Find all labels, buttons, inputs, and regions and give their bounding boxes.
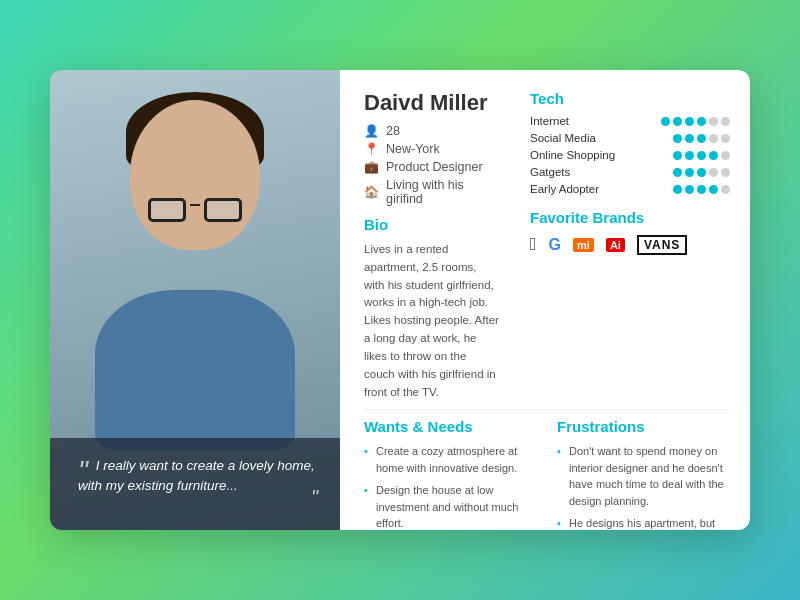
list-item: Don't want to spend money on interior de…	[557, 443, 730, 509]
card-left-panel: " I really want to create a lovely home,…	[50, 70, 340, 530]
bottom-row: Wants & Needs Create a cozy atmosphere a…	[364, 418, 730, 530]
dot	[709, 151, 718, 160]
divider	[364, 409, 730, 410]
dot	[697, 134, 706, 143]
bio-text: Lives in a rented apartment, 2.5 rooms, …	[364, 241, 500, 401]
bio-section: Bio Lives in a rented apartment, 2.5 roo…	[364, 216, 500, 401]
vans-brand-icon: VANS	[637, 235, 687, 255]
mi-brand-icon: mi	[573, 238, 594, 252]
card-right-panel: Daivd Miller 👤 28 📍 New-York 💼 Produc	[340, 70, 750, 530]
tech-row-adopter: Early Adopter	[530, 183, 730, 195]
frustrations-title: Frustrations	[557, 418, 730, 435]
dot	[709, 185, 718, 194]
close-quote-icon: "	[311, 482, 318, 512]
brands-icons:  G mi Ai VANS	[530, 234, 730, 255]
persona-card: " I really want to create a lovely home,…	[50, 70, 750, 530]
tech-dots	[661, 117, 730, 126]
dot	[673, 134, 682, 143]
dot	[721, 168, 730, 177]
profile-meta: 👤 28 📍 New-York 💼 Product Designer	[364, 124, 500, 206]
tech-row-gadgets: Gatgets	[530, 166, 730, 178]
tech-dots	[673, 168, 730, 177]
location-value: New-York	[386, 142, 440, 156]
tech-label: Social Media	[530, 132, 620, 144]
tech-dots	[673, 134, 730, 143]
tech-title: Tech	[530, 90, 730, 107]
dot	[721, 117, 730, 126]
dot	[697, 151, 706, 160]
list-item: He designs his apartment, but he thinks …	[557, 515, 730, 530]
dot	[673, 168, 682, 177]
dot	[697, 117, 706, 126]
wants-title: Wants & Needs	[364, 418, 537, 435]
tech-label: Early Adopter	[530, 183, 620, 195]
tech-row-shopping: Online Shopping	[530, 149, 730, 161]
bio-title: Bio	[364, 216, 500, 233]
adobe-brand-icon: Ai	[606, 238, 625, 252]
tech-rows: Internet Social Media	[530, 115, 730, 195]
dot	[673, 185, 682, 194]
living-value: Living with his girifind	[386, 178, 500, 206]
head-shape	[130, 100, 260, 250]
dot	[661, 117, 670, 126]
home-icon: 🏠	[364, 185, 378, 199]
tech-row-internet: Internet	[530, 115, 730, 127]
tech-label: Online Shopping	[530, 149, 620, 161]
dot	[709, 134, 718, 143]
profile-name: Daivd Miller	[364, 90, 500, 116]
glass-left	[148, 198, 186, 222]
glasses-shape	[148, 198, 242, 222]
age-icon: 👤	[364, 124, 378, 138]
apple-brand-icon: 	[530, 234, 537, 255]
wants-section: Wants & Needs Create a cozy atmosphere a…	[364, 418, 537, 530]
list-item: Design the house at low investment and w…	[364, 482, 537, 530]
tech-row-social: Social Media	[530, 132, 730, 144]
dot	[697, 168, 706, 177]
meta-location: 📍 New-York	[364, 142, 500, 156]
meta-living: 🏠 Living with his girifind	[364, 178, 500, 206]
glass-bridge	[190, 204, 200, 206]
frustrations-list: Don't want to spend money on interior de…	[557, 443, 730, 530]
quote-text: I really want to create a lovely home, w…	[78, 458, 315, 493]
google-brand-icon: G	[549, 236, 561, 254]
dot	[673, 151, 682, 160]
dot	[721, 134, 730, 143]
body-shape	[95, 290, 295, 450]
profile-header: Daivd Miller 👤 28 📍 New-York 💼 Produc	[364, 90, 500, 206]
dot	[673, 117, 682, 126]
tech-section: Tech Internet Soci	[530, 90, 730, 255]
tech-dots	[673, 151, 730, 160]
quote-overlay: " I really want to create a lovely home,…	[50, 438, 340, 530]
frustrations-section: Frustrations Don't want to spend money o…	[557, 418, 730, 530]
dot	[685, 117, 694, 126]
dot	[685, 134, 694, 143]
age-value: 28	[386, 124, 400, 138]
dot	[685, 151, 694, 160]
job-value: Product Designer	[386, 160, 483, 174]
meta-age: 👤 28	[364, 124, 500, 138]
dot	[721, 151, 730, 160]
meta-job: 💼 Product Designer	[364, 160, 500, 174]
brands-title: Favorite Brands	[530, 209, 730, 226]
dot	[697, 185, 706, 194]
left-col: Daivd Miller 👤 28 📍 New-York 💼 Produc	[364, 90, 500, 401]
tech-label: Internet	[530, 115, 620, 127]
dot	[709, 168, 718, 177]
location-icon: 📍	[364, 142, 378, 156]
wants-list: Create a cozy atmosphere at home with in…	[364, 443, 537, 530]
glass-right	[204, 198, 242, 222]
tech-dots	[673, 185, 730, 194]
header-meta-row: Daivd Miller 👤 28 📍 New-York 💼 Produc	[364, 90, 730, 401]
tech-label: Gatgets	[530, 166, 620, 178]
job-icon: 💼	[364, 160, 378, 174]
dot	[685, 168, 694, 177]
dot	[685, 185, 694, 194]
dot	[709, 117, 718, 126]
list-item: Create a cozy atmosphere at home with in…	[364, 443, 537, 476]
dot	[721, 185, 730, 194]
brands-section: Favorite Brands  G mi Ai VANS	[530, 209, 730, 255]
